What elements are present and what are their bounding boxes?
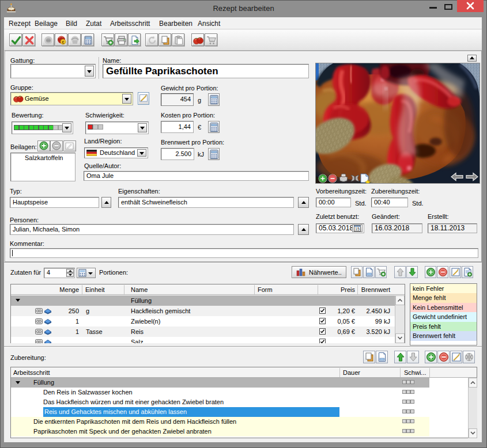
svg-text:€: € (62, 40, 65, 45)
svg-text:15: 15 (355, 227, 360, 231)
